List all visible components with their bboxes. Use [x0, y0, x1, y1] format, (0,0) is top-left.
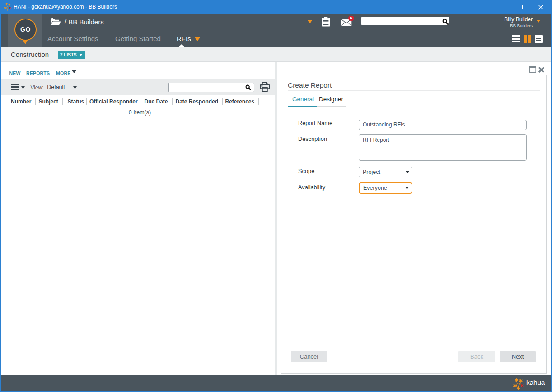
message-count-badge: 6: [348, 16, 354, 21]
scope-caret-icon: [406, 171, 409, 173]
badge-count: 6: [350, 16, 352, 20]
action-new[interactable]: NEW: [9, 70, 20, 76]
global-search-input[interactable]: [361, 17, 449, 25]
column-header-number[interactable]: Number: [11, 98, 31, 106]
lists-dropdown-button[interactable]: 2 LISTS: [58, 51, 85, 59]
breadcrumb[interactable]: / BB Builders: [65, 14, 104, 30]
icon-bar: [512, 41, 520, 42]
column-separator: [258, 98, 259, 105]
tab-general[interactable]: General: [292, 95, 314, 103]
column-separator: [222, 98, 223, 105]
application-window: HANI - gckahua@yahoo.com - BB Builders /…: [0, 0, 552, 392]
availability-select[interactable]: Everyone: [359, 182, 412, 194]
action-reports[interactable]: REPORTS: [26, 70, 50, 76]
next-button[interactable]: Next: [500, 351, 536, 362]
workspace-logo-circle: GO: [14, 19, 37, 41]
report-name-label: Report Name: [298, 120, 332, 127]
column-header-subject[interactable]: Subject: [39, 98, 58, 106]
close-icon: [538, 5, 543, 10]
back-button[interactable]: Back: [458, 351, 495, 362]
project-name[interactable]: Construction: [11, 47, 49, 62]
icon-bar: [528, 35, 531, 43]
report-name-input[interactable]: [359, 120, 527, 130]
close-button[interactable]: [531, 0, 552, 14]
maximize-icon: [518, 5, 523, 9]
tab-designer[interactable]: Designer: [319, 95, 343, 103]
inactive-tab-indicator: [317, 106, 346, 107]
app-icon: [4, 3, 12, 11]
scope-label: Scope: [298, 168, 314, 175]
list-search-icon[interactable]: [245, 84, 251, 90]
user-dropdown-icon[interactable]: [537, 20, 540, 23]
user-name[interactable]: Billy Builder: [504, 16, 533, 23]
column-separator: [35, 98, 36, 105]
context-dropdown-icon[interactable]: [308, 20, 312, 23]
list-menu-icon[interactable]: [11, 84, 19, 90]
global-search-icon[interactable]: [442, 19, 449, 25]
column-separator: [62, 98, 63, 105]
app-header: / BB Builders 6 Billy: [1, 14, 551, 47]
status-footer: kahua: [1, 375, 551, 391]
description-label: Description: [298, 135, 327, 143]
column-separator: [86, 98, 87, 105]
scope-select[interactable]: Project: [359, 167, 412, 177]
workspace-logo[interactable]: GO: [8, 14, 42, 47]
main-content: NEW REPORTS MORE View: Default: [1, 62, 551, 375]
item-count: 0 Item(s): [3, 109, 277, 116]
availability-value: Everyone: [363, 185, 387, 191]
print-icon[interactable]: [260, 82, 270, 92]
column-header-rule: [1, 106, 275, 106]
title-rule: [288, 90, 540, 91]
icon-bar: [524, 35, 527, 43]
minimize-button[interactable]: [490, 0, 510, 14]
lists-button-label: 2 LISTS: [60, 52, 77, 57]
column-separator: [141, 98, 141, 105]
lists-caret-icon: [79, 54, 83, 56]
description-textarea[interactable]: RFI Report: [359, 134, 527, 161]
icon-bar: [536, 40, 542, 41]
maximize-button[interactable]: [510, 0, 531, 14]
icon-bar: [512, 38, 520, 39]
active-tab-indicator: [288, 106, 317, 107]
column-header-due-date[interactable]: Due Date: [145, 98, 168, 106]
nav-getting-started[interactable]: Getting Started: [115, 31, 161, 47]
view-columns-icon[interactable]: [524, 35, 531, 43]
action-more-caret-icon[interactable]: [72, 70, 76, 73]
minimize-icon: [497, 7, 502, 7]
task-pane: Create Report General Designer Report Na…: [281, 75, 547, 374]
view-dropdown-caret-icon[interactable]: [73, 86, 77, 89]
task-pane-title: Create Report: [288, 81, 332, 89]
view-list-icon[interactable]: [535, 35, 543, 43]
window-titlebar: HANI - gckahua@yahoo.com - BB Builders: [0, 0, 552, 14]
icon-bar: [536, 38, 542, 39]
column-header-status[interactable]: Status: [68, 98, 84, 106]
column-header-references[interactable]: References: [225, 98, 255, 106]
action-more[interactable]: MORE: [56, 70, 70, 76]
column-header-date-responded[interactable]: Date Responded: [176, 98, 219, 106]
view-rows-icon[interactable]: [512, 35, 520, 42]
window-title: HANI - gckahua@yahoo.com - BB Builders: [14, 0, 117, 14]
icon-bar: [11, 86, 19, 88]
list-toolbar: View: Default: [1, 79, 275, 95]
project-bar: Construction 2 LISTS: [1, 47, 551, 62]
workspace-logo-pin-tail: [23, 40, 28, 44]
close-pane-icon[interactable]: [538, 66, 545, 73]
nav-account-settings[interactable]: Account Settings: [47, 31, 98, 47]
brand-name: kahua: [526, 375, 545, 391]
panel-divider[interactable]: [275, 62, 277, 375]
list-menu-caret-icon[interactable]: [21, 86, 25, 89]
availability-label: Availability: [298, 184, 325, 191]
cancel-button[interactable]: Cancel: [291, 351, 327, 362]
folder-icon[interactable]: [50, 18, 61, 26]
column-header-official-responder[interactable]: Official Responder: [89, 98, 138, 106]
column-separator: [172, 98, 173, 105]
popout-icon[interactable]: [529, 66, 536, 73]
tasks-clipboard-icon[interactable]: [322, 17, 330, 27]
view-selected-value[interactable]: Default: [47, 84, 65, 90]
view-label: View:: [30, 84, 43, 91]
nav-rfis-dropdown-icon[interactable]: [195, 37, 200, 41]
icon-bar: [512, 35, 520, 37]
user-company: BB Builders: [510, 23, 533, 28]
list-search-input[interactable]: [168, 83, 254, 92]
icon-bar: [11, 84, 19, 85]
